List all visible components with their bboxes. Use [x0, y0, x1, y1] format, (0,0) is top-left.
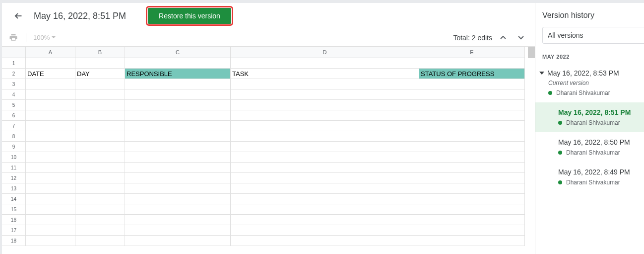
row-header[interactable]: 3 — [2, 79, 26, 89]
cell[interactable] — [125, 163, 231, 173]
cell[interactable] — [26, 183, 75, 194]
cell[interactable] — [125, 204, 231, 215]
next-edit-button[interactable] — [514, 31, 528, 45]
cell[interactable] — [419, 236, 525, 246]
cell[interactable] — [75, 173, 125, 183]
cell[interactable] — [231, 79, 419, 89]
row-header[interactable]: 10 — [2, 152, 26, 163]
cell[interactable] — [231, 121, 419, 131]
row-header[interactable]: 4 — [2, 89, 26, 100]
restore-button[interactable]: Restore this version — [148, 8, 231, 24]
cell[interactable] — [419, 131, 525, 142]
column-header[interactable]: D — [231, 47, 419, 58]
cell[interactable]: TASK — [231, 69, 419, 79]
cell[interactable] — [26, 163, 75, 173]
cell[interactable] — [419, 58, 525, 69]
cell[interactable] — [125, 121, 231, 131]
cell[interactable]: STATUS OF PROGRESS — [419, 69, 525, 79]
version-item[interactable]: May 16, 2022, 8:49 PMDharani Shivakumar — [535, 162, 644, 192]
cell[interactable] — [231, 225, 419, 236]
cell[interactable] — [419, 79, 525, 89]
cell[interactable] — [419, 89, 525, 100]
cell[interactable] — [125, 79, 231, 89]
spreadsheet[interactable]: 123456789101112131415161718 ABCDE DATEDA… — [2, 47, 535, 254]
cell[interactable] — [231, 204, 419, 215]
version-item[interactable]: May 16, 2022, 8:53 PMCurrent versionDhar… — [535, 63, 644, 102]
cell[interactable] — [125, 183, 231, 194]
cell[interactable] — [75, 131, 125, 142]
cell[interactable] — [26, 131, 75, 142]
version-item[interactable]: May 16, 2022, 8:51 PMDharani Shivakumar — [535, 102, 644, 132]
row-header[interactable]: 1 — [2, 58, 26, 69]
cell[interactable] — [231, 100, 419, 110]
cell[interactable] — [231, 173, 419, 183]
cell[interactable] — [75, 121, 125, 131]
cell[interactable] — [231, 183, 419, 194]
cell[interactable] — [26, 89, 75, 100]
vertical-scrollbar[interactable] — [528, 47, 535, 58]
row-header[interactable]: 8 — [2, 131, 26, 142]
cell[interactable] — [419, 110, 525, 121]
cell[interactable]: DAY — [75, 69, 125, 79]
cell[interactable] — [231, 152, 419, 163]
cell[interactable] — [125, 100, 231, 110]
cell[interactable] — [125, 152, 231, 163]
cell[interactable] — [231, 194, 419, 204]
cell[interactable] — [75, 194, 125, 204]
cell[interactable] — [125, 89, 231, 100]
cell[interactable] — [419, 163, 525, 173]
version-filter-dropdown[interactable]: All versions — [542, 27, 644, 44]
cell[interactable] — [75, 215, 125, 225]
row-header[interactable]: 5 — [2, 100, 26, 110]
row-header[interactable]: 13 — [2, 183, 26, 194]
cell[interactable] — [231, 215, 419, 225]
cell[interactable] — [26, 142, 75, 152]
row-header[interactable]: 16 — [2, 215, 26, 225]
cell[interactable] — [231, 110, 419, 121]
cell[interactable] — [26, 79, 75, 89]
column-header[interactable]: A — [26, 47, 75, 58]
cell[interactable] — [26, 58, 75, 69]
cell[interactable] — [75, 58, 125, 69]
cell[interactable] — [125, 131, 231, 142]
cell[interactable] — [419, 121, 525, 131]
cell[interactable] — [231, 89, 419, 100]
cell[interactable] — [231, 236, 419, 246]
prev-edit-button[interactable] — [496, 31, 510, 45]
cell[interactable] — [75, 163, 125, 173]
select-all-corner[interactable] — [2, 47, 26, 58]
cell[interactable] — [26, 100, 75, 110]
cell[interactable] — [26, 173, 75, 183]
cell[interactable] — [419, 152, 525, 163]
cell[interactable] — [125, 236, 231, 246]
cell[interactable] — [125, 110, 231, 121]
cell[interactable] — [75, 152, 125, 163]
cell[interactable] — [125, 142, 231, 152]
row-header[interactable]: 9 — [2, 142, 26, 152]
cell[interactable] — [419, 204, 525, 215]
cell[interactable] — [75, 100, 125, 110]
cell[interactable] — [419, 100, 525, 110]
row-header[interactable]: 15 — [2, 204, 26, 215]
row-header[interactable]: 6 — [2, 110, 26, 121]
cell[interactable] — [419, 142, 525, 152]
row-header[interactable]: 12 — [2, 173, 26, 183]
cell[interactable] — [125, 173, 231, 183]
cell[interactable] — [75, 142, 125, 152]
row-header[interactable]: 11 — [2, 163, 26, 173]
cell[interactable] — [75, 236, 125, 246]
cell[interactable] — [75, 110, 125, 121]
cell[interactable] — [26, 204, 75, 215]
cell[interactable] — [26, 152, 75, 163]
cell[interactable] — [419, 183, 525, 194]
row-header[interactable]: 14 — [2, 194, 26, 204]
cell[interactable] — [231, 142, 419, 152]
cell[interactable] — [231, 58, 419, 69]
cell[interactable] — [75, 89, 125, 100]
cell[interactable] — [419, 173, 525, 183]
cell[interactable] — [231, 131, 419, 142]
cell[interactable] — [231, 163, 419, 173]
row-header[interactable]: 7 — [2, 121, 26, 131]
zoom-selector[interactable]: 100% — [33, 34, 56, 41]
column-header[interactable]: E — [419, 47, 525, 58]
